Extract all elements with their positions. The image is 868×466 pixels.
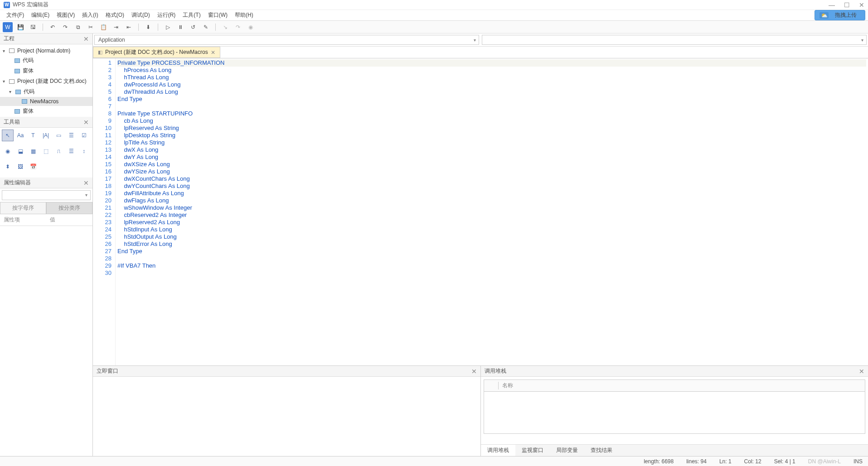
callstack-pane: 调用堆栈 ✕ 名称 调用堆栈 监视窗口 局部变量 查找结果 — [481, 366, 868, 456]
toolbox-close-icon[interactable]: ✕ — [83, 119, 89, 126]
callstack-title: 调用堆栈 — [485, 367, 506, 375]
callstack-grid[interactable]: 名称 — [484, 380, 866, 434]
menu-format[interactable]: 格式(O) — [102, 11, 128, 19]
close-button[interactable]: ✕ — [859, 1, 864, 9]
tool-tab-icon[interactable]: ⎍ — [53, 145, 64, 157]
menu-run[interactable]: 运行(R) — [154, 11, 179, 19]
tree-project2-code[interactable]: ▾代码 — [0, 86, 92, 97]
tool-spin-icon[interactable]: ⬍ — [2, 161, 14, 173]
minimize-button[interactable]: — — [829, 1, 835, 9]
tool-image-icon[interactable]: 🖼 — [15, 161, 26, 173]
procedure-selector[interactable] — [482, 35, 867, 45]
bottom-tab-watch[interactable]: 监视窗口 — [515, 445, 550, 456]
tool-combobox-icon[interactable]: ▭ — [53, 130, 64, 141]
menu-window[interactable]: 窗口(W) — [204, 11, 231, 19]
menu-tools[interactable]: 工具(T) — [179, 11, 204, 19]
tab-close-icon[interactable]: ✕ — [211, 49, 215, 56]
tree-project1[interactable]: ▾ Project (Normal.dotm) — [0, 46, 92, 55]
tool-textbox-icon[interactable]: T — [27, 130, 39, 141]
module-tab-icon: ◧ — [98, 49, 102, 55]
tree-project1-form[interactable]: 窗体 — [0, 66, 92, 76]
code-lines[interactable]: Private Type PROCESS_INFORMATION hProces… — [116, 58, 868, 365]
prop-col-name: 属性项 — [0, 214, 46, 226]
tool-listbox-icon[interactable]: ☰ — [65, 130, 77, 141]
maximize-button[interactable]: ☐ — [844, 1, 850, 9]
menu-view[interactable]: 视图(V) — [53, 11, 78, 19]
menu-edit[interactable]: 编辑(E) — [28, 11, 53, 19]
property-panel: 按字母序 按分类序 属性项 值 — [0, 188, 92, 456]
titlebar: W WPS 宏编辑器 — ☐ ✕ — [0, 0, 868, 10]
object-selector[interactable]: Application — [94, 35, 479, 45]
tool-textbox2-icon[interactable]: |A| — [40, 130, 52, 141]
paste-icon[interactable]: 📋 — [98, 22, 108, 32]
prop-col-value: 值 — [46, 214, 92, 226]
prop-tab-alpha[interactable]: 按字母序 — [0, 202, 46, 214]
tool-scrollbar-icon[interactable]: ↕ — [78, 145, 90, 157]
reset-icon[interactable]: ↺ — [188, 22, 198, 32]
undo-icon[interactable]: ↶ — [48, 22, 58, 32]
tool-checkbox-icon[interactable]: ☑ — [78, 130, 90, 141]
app-title: WPS 宏编辑器 — [13, 1, 48, 9]
editor-tab-newmacros[interactable]: ◧ Project (新建 DOC 文档.doc) - NewMacros ✕ — [93, 47, 220, 58]
immediate-title: 立即窗口 — [97, 367, 118, 375]
callstack-close-icon[interactable]: ✕ — [859, 368, 864, 375]
project-tree: ▾ Project (Normal.dotm) 代码 窗体 ▾ Project … — [0, 44, 92, 117]
toolbox: ↖ Aa T |A| ▭ ☰ ☑ ◉ ⬓ ▦ ⬚ ⎍ ☰ ↕ ⬍ 🖼 📅 — [0, 128, 92, 178]
tool-frame-icon[interactable]: ▦ — [27, 145, 39, 157]
status-sel: Sel: 4 | 1 — [774, 458, 795, 465]
property-panel-title: 属性编辑器 — [4, 179, 31, 187]
design-mode-icon[interactable]: ✎ — [201, 22, 211, 32]
immediate-pane: 立即窗口 ✕ — [93, 366, 481, 456]
menubar: 文件(F) 编辑(E) 视图(V) 插入(I) 格式(O) 调试(D) 运行(R… — [0, 10, 868, 21]
prop-tab-category[interactable]: 按分类序 — [46, 202, 92, 214]
editor-tabs: ◧ Project (新建 DOC 文档.doc) - NewMacros ✕ — [93, 47, 868, 58]
cut-icon[interactable]: ✂ — [86, 22, 96, 32]
save-icon[interactable]: 💾 — [15, 22, 25, 32]
bottom-tab-locals[interactable]: 局部变量 — [550, 445, 584, 456]
menu-insert[interactable]: 插入(I) — [78, 11, 102, 19]
menu-debug[interactable]: 调试(D) — [128, 11, 154, 19]
tree-project2[interactable]: ▾ Project (新建 DOC 文档.doc) — [0, 76, 92, 86]
property-close-icon[interactable]: ✕ — [83, 179, 89, 187]
status-lines: lines: 94 — [686, 458, 707, 465]
run-icon[interactable]: ▷ — [163, 22, 173, 32]
upload-button[interactable]: ⛅ 拖拽上传 — [815, 10, 865, 20]
immediate-body[interactable] — [93, 377, 480, 456]
bottom-tab-find[interactable]: 查找结果 — [584, 445, 619, 456]
tree-newmacros[interactable]: NewMacros — [0, 97, 92, 106]
app-icon: W — [4, 2, 10, 8]
wps-icon[interactable]: W — [3, 22, 13, 32]
outdent-icon[interactable]: ⇤ — [124, 22, 134, 32]
cloud-icon: ⛅ — [820, 12, 829, 19]
pause-icon[interactable]: ⏸ — [175, 22, 185, 32]
toolbox-panel-title: 工具箱 — [4, 118, 20, 126]
save-all-icon[interactable]: 🖫 — [28, 22, 38, 32]
statusbar: length: 6698 lines: 94 Ln: 1 Col: 12 Sel… — [0, 456, 868, 466]
bottom-tab-callstack[interactable]: 调用堆栈 — [481, 445, 515, 456]
project-close-icon[interactable]: ✕ — [83, 35, 89, 43]
watermark: DN @Aiwin-L — [808, 458, 841, 465]
export-icon[interactable]: ⬇ — [143, 22, 153, 32]
tool-pointer-icon[interactable]: ↖ — [2, 130, 14, 141]
tree-project1-code[interactable]: 代码 — [0, 55, 92, 66]
step-into-icon[interactable]: ↘ — [220, 22, 230, 32]
tool-date-icon[interactable]: 📅 — [27, 161, 39, 173]
copy-icon[interactable]: ⧉ — [73, 22, 83, 32]
immediate-close-icon[interactable]: ✕ — [471, 368, 477, 375]
tree-project2-form[interactable]: 窗体 — [0, 106, 92, 116]
status-ln: Ln: 1 — [719, 458, 732, 465]
indent-icon[interactable]: ⇥ — [111, 22, 121, 32]
menu-help[interactable]: 帮助(H) — [231, 11, 257, 19]
window-controls: — ☐ ✕ — [829, 1, 864, 9]
tool-radio-icon[interactable]: ◉ — [2, 145, 14, 157]
menu-file[interactable]: 文件(F) — [3, 11, 28, 19]
tool-command-icon[interactable]: ⬚ — [40, 145, 52, 157]
tool-label-icon[interactable]: Aa — [15, 130, 26, 141]
tool-multipage-icon[interactable]: ☰ — [65, 145, 77, 157]
tool-toggle-icon[interactable]: ⬓ — [15, 145, 26, 157]
property-object-select[interactable] — [2, 190, 91, 200]
breakpoint-icon[interactable]: ◉ — [246, 22, 256, 32]
step-over-icon[interactable]: ↷ — [233, 22, 243, 32]
code-editor[interactable]: 1234567891011121314151617181920212223242… — [93, 58, 868, 365]
redo-icon[interactable]: ↷ — [60, 22, 70, 32]
